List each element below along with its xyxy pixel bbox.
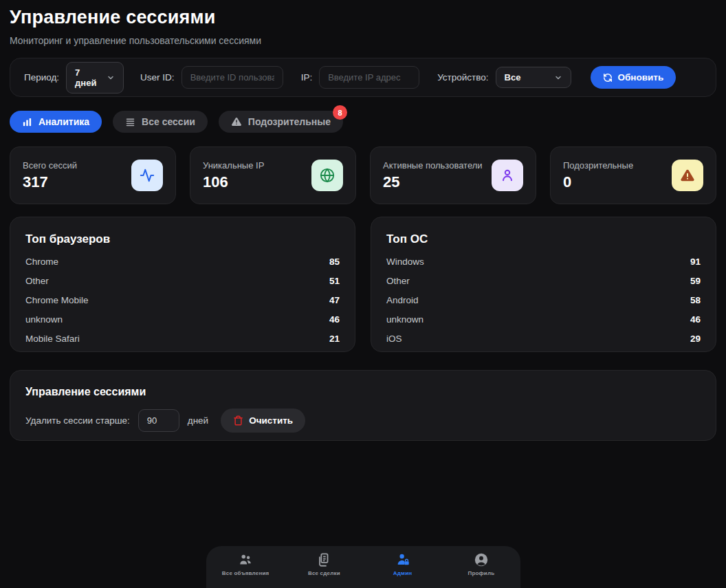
page-title: Управление сессиями [10, 7, 716, 28]
chevron-down-icon [107, 74, 115, 82]
alert-triangle-icon [672, 160, 703, 191]
activity-icon [131, 160, 163, 191]
browser-count: 46 [329, 314, 340, 325]
nav-item-profile[interactable]: Профиль [442, 552, 520, 576]
stat-text: Активные пользователи 25 [383, 160, 483, 191]
tab-analytics-label: Аналитика [38, 116, 89, 127]
top-lists-row: Топ браузеров Chrome 85 Other 51 Chrome … [10, 217, 716, 352]
browser-count: 21 [329, 334, 340, 344]
users-icon [238, 552, 253, 567]
top-os-title: Топ ОС [386, 232, 701, 246]
stat-value: 0 [563, 173, 633, 191]
stat-card-total-sessions: Всего сессий 317 [10, 146, 176, 204]
device-select-value: Все [505, 72, 521, 83]
browser-name: unknown [25, 314, 63, 325]
stat-label: Всего сессий [23, 160, 77, 171]
stat-value: 25 [383, 173, 483, 191]
globe-icon [311, 160, 343, 191]
profile-circle-icon [474, 552, 489, 567]
browser-name: Mobile Safari [25, 334, 80, 344]
page-subtitle: Мониторинг и управление пользовательским… [10, 35, 716, 46]
os-count: 58 [690, 295, 701, 305]
bottom-nav: Все объявления Все сделки Админ Профиль [206, 546, 520, 588]
filter-bar: Период: 7 дней User ID: IP: Устройство: … [10, 58, 716, 97]
stat-text: Всего сессий 317 [23, 160, 77, 191]
os-name: unknown [386, 314, 424, 325]
suspicious-count-badge: 8 [333, 105, 347, 120]
os-name: Windows [386, 257, 424, 267]
days-input[interactable] [138, 409, 179, 432]
browser-count: 85 [329, 257, 340, 267]
list-icon [125, 117, 135, 127]
tab-suspicious[interactable]: Подозрительные 8 [219, 111, 343, 133]
browser-name: Other [25, 276, 49, 286]
stat-label: Уникальные IP [203, 160, 264, 171]
tab-analytics[interactable]: Аналитика [10, 111, 102, 133]
ip-input[interactable] [319, 66, 419, 89]
list-item: Windows 91 [386, 252, 701, 271]
os-count: 91 [690, 257, 701, 267]
user-icon [492, 160, 523, 191]
days-suffix-label: дней [188, 415, 208, 426]
stat-text: Уникальные IP 106 [203, 160, 264, 191]
nav-item-label: Все сделки [308, 570, 340, 576]
refresh-button[interactable]: Обновить [591, 66, 676, 89]
session-management-screen: Управление сессиями Мониторинг и управле… [0, 0, 726, 588]
list-item: unknown 46 [25, 309, 340, 329]
device-select[interactable]: Все [496, 67, 571, 88]
refresh-icon [603, 73, 613, 83]
browser-name: Chrome [25, 257, 58, 267]
clear-sessions-button[interactable]: Очистить [221, 409, 305, 433]
chevron-down-icon [554, 74, 562, 82]
session-management-title: Управление сессиями [25, 386, 701, 398]
tab-all-sessions[interactable]: Все сессии [113, 111, 208, 133]
stat-label: Подозрительные [563, 160, 633, 171]
delete-older-label: Удалить сессии старше: [25, 415, 130, 426]
device-label: Устройство: [437, 72, 488, 83]
session-management-row: Удалить сессии старше: дней Очистить [25, 409, 701, 433]
os-count: 59 [690, 276, 701, 286]
stat-card-unique-ip: Уникальные IP 106 [190, 146, 356, 204]
stat-card-suspicious: Подозрительные 0 [550, 146, 716, 204]
clear-sessions-button-label: Очистить [249, 415, 293, 426]
tab-suspicious-label: Подозрительные [248, 116, 331, 127]
nav-item-all-deals[interactable]: Все сделки [285, 552, 363, 576]
os-name: Other [386, 276, 410, 286]
top-os-card: Топ ОС Windows 91 Other 59 Android 58 un… [371, 217, 716, 352]
top-browsers-card: Топ браузеров Chrome 85 Other 51 Chrome … [10, 217, 355, 352]
list-item: Android 58 [386, 290, 701, 309]
period-select-value: 7 дней [75, 67, 100, 88]
period-label: Период: [24, 72, 59, 83]
top-browsers-title: Топ браузеров [25, 232, 340, 246]
user-id-input[interactable] [182, 66, 283, 89]
stats-row: Всего сессий 317 Уникальные IP 106 Актив… [10, 146, 716, 204]
os-name: Android [386, 295, 419, 305]
list-item: unknown 46 [386, 309, 701, 329]
nav-item-label: Админ [393, 570, 412, 576]
ip-label: IP: [301, 72, 313, 83]
stat-text: Подозрительные 0 [563, 160, 633, 191]
list-item: Mobile Safari 21 [25, 329, 340, 348]
os-name: iOS [386, 334, 402, 344]
nav-item-all-listings[interactable]: Все объявления [206, 552, 285, 576]
stat-label: Активные пользователи [383, 160, 483, 171]
tab-all-sessions-label: Все сессии [142, 116, 195, 127]
stat-card-active-users: Активные пользователи 25 [370, 146, 536, 204]
nav-item-admin[interactable]: Админ [364, 552, 442, 576]
list-item: iOS 29 [386, 329, 701, 348]
documents-icon [316, 552, 331, 567]
browser-count: 47 [329, 295, 340, 305]
browser-name: Chrome Mobile [25, 295, 89, 305]
period-select[interactable]: 7 дней [66, 62, 124, 94]
list-item: Chrome Mobile 47 [25, 290, 340, 309]
stat-value: 106 [203, 173, 264, 191]
session-management-card: Управление сессиями Удалить сессии старш… [10, 370, 716, 441]
list-item: Other 51 [25, 271, 340, 290]
list-item: Other 59 [386, 271, 701, 290]
nav-item-label: Профиль [468, 570, 494, 576]
browser-count: 51 [329, 276, 340, 286]
trash-icon [233, 415, 243, 426]
page-header: Управление сессиями Мониторинг и управле… [0, 0, 726, 46]
admin-user-lock-icon [395, 552, 410, 567]
stat-value: 317 [23, 173, 77, 191]
